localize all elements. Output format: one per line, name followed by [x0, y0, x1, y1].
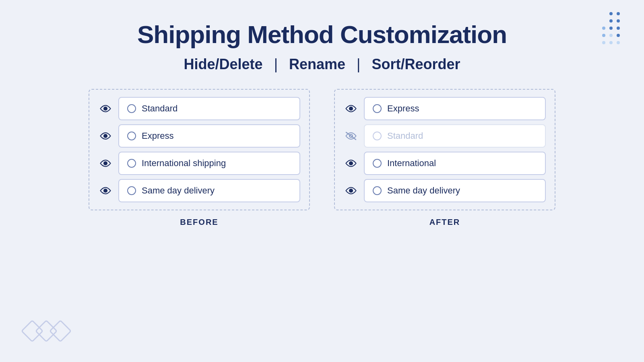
diamond-logo [24, 321, 76, 342]
after-radio-standard[interactable] [373, 132, 382, 140]
after-eye-standard-hidden[interactable] [344, 129, 358, 143]
after-panel-wrapper: Express Standard [334, 89, 555, 227]
after-row-sameday: Same day delivery [344, 179, 546, 202]
subtitle: Hide/Delete | Rename | Sort/Reorder [184, 56, 460, 73]
after-option-sameday[interactable]: Same day delivery [364, 179, 546, 202]
svg-point-3 [104, 189, 107, 192]
after-option-international[interactable]: International [364, 152, 546, 175]
before-row-sameday: Same day delivery [98, 179, 300, 202]
subtitle-hide-delete: Hide/Delete [184, 56, 263, 72]
after-option-standard[interactable]: Standard [364, 124, 546, 148]
subtitle-rename: Rename [289, 56, 345, 72]
divider-2: | [357, 56, 364, 72]
after-label: AFTER [429, 218, 460, 227]
diamond-3 [49, 320, 72, 343]
after-radio-international[interactable] [373, 159, 382, 168]
after-eye-international[interactable] [344, 156, 358, 171]
after-option-express[interactable]: Express [364, 97, 546, 120]
svg-point-0 [104, 107, 107, 110]
before-radio-standard[interactable] [127, 104, 136, 113]
before-panel-wrapper: Standard Express [89, 89, 310, 227]
after-row-express: Express [344, 97, 546, 120]
subtitle-sort-reorder: Sort/Reorder [372, 56, 460, 72]
before-option-standard[interactable]: Standard [118, 97, 300, 120]
before-row-standard: Standard [98, 97, 300, 120]
svg-point-8 [349, 189, 353, 192]
after-radio-express[interactable] [373, 104, 382, 113]
before-radio-express[interactable] [127, 132, 136, 140]
before-label: BEFORE [180, 218, 218, 227]
panels-row: Standard Express [89, 89, 555, 227]
svg-point-4 [349, 107, 353, 110]
page-title: Shipping Method Customization [137, 20, 507, 49]
before-radio-international[interactable] [127, 159, 136, 168]
after-eye-express[interactable] [344, 101, 358, 116]
dots-decoration [602, 12, 620, 44]
before-option-international[interactable]: International shipping [118, 152, 300, 175]
svg-point-2 [104, 162, 107, 165]
before-option-sameday[interactable]: Same day delivery [118, 179, 300, 202]
before-row-international: International shipping [98, 152, 300, 175]
before-eye-international[interactable] [98, 156, 113, 171]
before-eye-express[interactable] [98, 129, 113, 143]
before-option-express[interactable]: Express [118, 124, 300, 148]
before-eye-sameday[interactable] [98, 183, 113, 198]
after-row-international: International [344, 152, 546, 175]
svg-point-1 [104, 134, 107, 138]
after-panel: Express Standard [334, 89, 555, 210]
divider-1: | [274, 56, 282, 72]
after-eye-sameday[interactable] [344, 183, 358, 198]
after-row-standard: Standard [344, 124, 546, 148]
svg-point-7 [349, 162, 353, 165]
before-radio-sameday[interactable] [127, 186, 136, 195]
before-row-express: Express [98, 124, 300, 148]
before-eye-standard[interactable] [98, 101, 113, 116]
svg-line-6 [346, 132, 356, 140]
before-panel: Standard Express [89, 89, 310, 210]
after-radio-sameday[interactable] [373, 186, 382, 195]
